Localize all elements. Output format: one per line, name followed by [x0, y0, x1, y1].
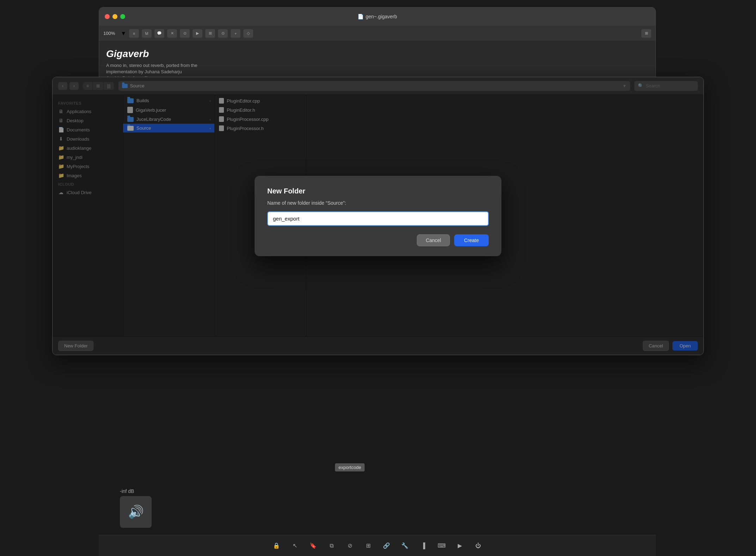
dialog-buttons: Cancel Create: [267, 234, 489, 246]
lock-icon[interactable]: 🔒: [272, 541, 281, 551]
toolbar-btn-1[interactable]: ≡: [129, 29, 139, 38]
no-icon[interactable]: ⊘: [345, 541, 355, 551]
max-titlebar: 📄 gen~.gigaverb: [99, 7, 656, 26]
new-folder-dialog: New Folder Name of new folder inside “So…: [255, 176, 501, 256]
toolbar-btn-9[interactable]: +: [231, 29, 240, 38]
dialog-create-button[interactable]: Create: [454, 234, 489, 246]
toolbar-btn-10[interactable]: ◇: [243, 29, 253, 38]
keyboard-icon[interactable]: ⌨: [437, 541, 446, 551]
folder-name-input[interactable]: [267, 211, 489, 226]
window-title: 📄 gen~.gigaverb: [358, 14, 397, 19]
bars-icon[interactable]: ▐: [418, 541, 428, 551]
speaker-box: 🔊: [120, 496, 152, 528]
max-toolbar: 100% ▼ ≡ M 💬 ✕ ⊙ ▶ ⊞ ⊙ + ◇ ⊞: [99, 26, 656, 41]
patch-title: Gigaverb: [106, 48, 648, 60]
toolbar-btn-5[interactable]: ⊙: [180, 29, 190, 38]
layers-icon[interactable]: ⧉: [327, 541, 336, 551]
grid-icon[interactable]: ⊞: [363, 541, 373, 551]
traffic-lights: [105, 14, 125, 19]
dialog-overlay: New Folder Name of new folder inside “So…: [53, 77, 703, 355]
export-label: exportcode: [335, 463, 365, 471]
power-icon[interactable]: ⏻: [473, 541, 483, 551]
dialog-title: New Folder: [267, 187, 489, 195]
close-button[interactable]: [105, 14, 110, 19]
toolbar-btn-2[interactable]: M: [142, 29, 152, 38]
finder-window: ‹ › ≡ ⊞ ||| Source ▼ 🔍 Search Favorites …: [52, 77, 704, 355]
toolbar-btn-4[interactable]: ✕: [167, 29, 177, 38]
db-section: -inf dB 🔊: [120, 488, 152, 528]
speaker-icon: 🔊: [128, 505, 144, 519]
play-icon[interactable]: ▶: [455, 541, 465, 551]
link-icon[interactable]: 🔗: [382, 541, 391, 551]
maximize-button[interactable]: [120, 14, 125, 19]
dialog-subtitle: Name of new folder inside “Source”:: [267, 200, 489, 206]
grid-button[interactable]: ⊞: [641, 29, 651, 38]
zoom-level[interactable]: 100%: [103, 31, 115, 36]
toolbar-btn-7[interactable]: ⊞: [205, 29, 215, 38]
max-bottom-toolbar: 🔒 ↖ 🔖 ⧉ ⊘ ⊞ 🔗 🔧 ▐ ⌨ ▶ ⏻: [99, 535, 656, 556]
toolbar-btn-3[interactable]: 💬: [154, 29, 164, 38]
db-label: -inf dB: [120, 488, 152, 494]
cursor-icon[interactable]: ↖: [290, 541, 300, 551]
bookmark-icon[interactable]: 🔖: [308, 541, 318, 551]
wrench-icon[interactable]: 🔧: [400, 541, 410, 551]
toolbar-btn-6[interactable]: ▶: [193, 29, 202, 38]
minimize-button[interactable]: [112, 14, 117, 19]
toolbar-btn-8[interactable]: ⊙: [218, 29, 228, 38]
dialog-cancel-button[interactable]: Cancel: [417, 234, 450, 246]
